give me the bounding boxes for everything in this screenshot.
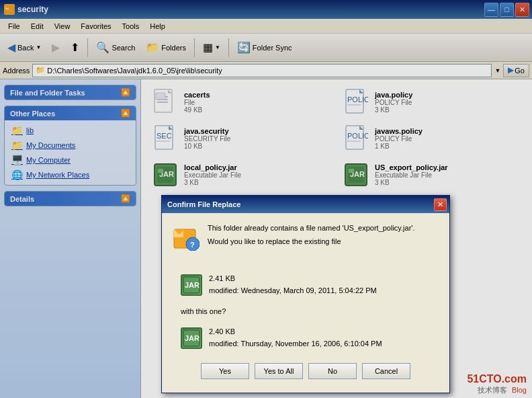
existing-file-info: 2.41 KB modified: Wednesday, March 09, 2… <box>209 273 377 296</box>
existing-file-size: 2.41 KB <box>209 273 377 285</box>
dialog-message-line1: This folder already contains a file name… <box>208 224 414 232</box>
dialog-new-file: JAR 2.40 KB modified: Thursday, November… <box>173 321 439 355</box>
dialog-message-text: This folder already contains a file name… <box>208 224 414 245</box>
no-button[interactable]: No <box>308 363 357 379</box>
dialog-title: Confirm File Replace <box>167 200 240 208</box>
dialog-title-bar: Confirm File Replace ✕ <box>162 196 449 213</box>
dialog-with-this: with this one? <box>173 305 439 318</box>
dialog-body: ? This folder already contains a file na… <box>162 213 449 393</box>
svg-text:?: ? <box>190 241 195 249</box>
dialog-message-line2: Would you like to replace the existing f… <box>208 237 414 245</box>
confirm-file-replace-dialog: Confirm File Replace ✕ ? This folder alr… <box>161 195 450 393</box>
dialog-message-row: ? This folder already contains a file na… <box>173 224 439 257</box>
dialog-overlay: Confirm File Replace ✕ ? This folder alr… <box>0 0 532 398</box>
yes-button[interactable]: Yes <box>201 363 249 379</box>
dialog-close-button[interactable]: ✕ <box>434 198 447 211</box>
new-file-icon: JAR <box>181 327 202 349</box>
cancel-button[interactable]: Cancel <box>362 363 410 379</box>
existing-file-icon: JAR <box>181 274 202 296</box>
dialog-warning-icon: ? <box>173 224 200 257</box>
svg-text:JAR: JAR <box>185 334 200 342</box>
yes-to-all-button[interactable]: Yes to All <box>255 363 303 379</box>
new-file-info: 2.40 KB modified: Thursday, November 16,… <box>209 326 382 350</box>
new-file-size: 2.40 KB <box>209 326 382 338</box>
svg-text:JAR: JAR <box>185 281 200 289</box>
dialog-buttons: Yes Yes to All No Cancel <box>173 358 439 382</box>
existing-file-modified: modified: Wednesday, March 09, 2011, 5:0… <box>209 285 377 297</box>
new-file-modified: modified: Thursday, November 16, 2006, 6… <box>209 338 382 350</box>
dialog-existing-file: JAR 2.41 KB modified: Wednesday, March 0… <box>173 268 439 302</box>
